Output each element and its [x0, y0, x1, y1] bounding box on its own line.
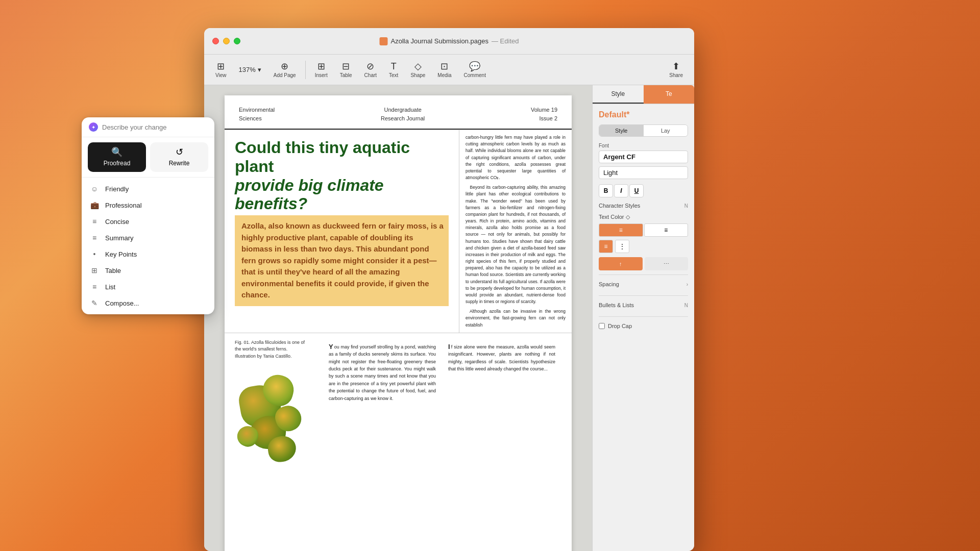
journal-header: Environmental Sciences Undergraduate Res… [225, 95, 572, 130]
titlebar: Azolla Journal Submission.pages — Edited [204, 28, 694, 55]
panel-tabs: Style Te [593, 85, 694, 104]
align-right-button[interactable]: ≡ [644, 223, 689, 237]
list-label: List [105, 283, 115, 291]
figure-section: Fig. 01. Azolla filiculoides is one of t… [225, 333, 572, 473]
right-panel: Style Te Default* Style Lay Font Argent … [592, 85, 694, 551]
article-side-column: carbon-hungry little fern may have playe… [459, 130, 572, 333]
font-name-value[interactable]: Argent CF [599, 151, 688, 163]
rewrite-label: Rewrite [169, 160, 190, 167]
concise-item[interactable]: ≡ Concise [82, 213, 214, 230]
zoom-chevron-icon: ▾ [258, 66, 261, 73]
figure-caption: Fig. 01. Azolla filiculoides is one of t… [235, 339, 306, 360]
chart-icon: ⊘ [366, 62, 374, 71]
proofread-icon: 🔍 [111, 147, 122, 157]
body-col1-text: You may find yourself strolling by a pon… [329, 343, 436, 402]
comment-button[interactable]: 💬 Comment [459, 60, 491, 80]
share-icon: ⬆ [672, 62, 680, 71]
toolbar: ⊞ View 137% ▾ ⊕ Add Page ⊞ Insert ⊟ Tabl… [204, 55, 694, 85]
char-styles-row: Character Styles N [599, 203, 688, 209]
concise-label: Concise [105, 218, 129, 226]
summary-item[interactable]: ≡ Summary [82, 230, 214, 246]
maximize-button[interactable] [234, 38, 240, 44]
layout-subtab[interactable]: Lay [644, 125, 688, 136]
bullets-value: N [684, 303, 688, 308]
bullets-row[interactable]: Bullets & Lists N [599, 300, 688, 310]
journal-section-center: Undergraduate Research Journal [381, 106, 425, 122]
window-title: Azolla Journal Submission.pages — Edited [380, 37, 519, 45]
proofread-label: Proofread [104, 160, 131, 167]
char-styles-chevron-icon: N [684, 203, 688, 209]
sub-tabs: Style Lay [599, 124, 688, 137]
drop-cap-label: Drop Cap [608, 323, 632, 329]
ai-panel: ✦ 🔍 Proofread ↺ Rewrite ☺ Friendly 💼 Pro… [82, 117, 214, 314]
drop-cap-checkbox[interactable] [599, 323, 605, 329]
font-style-value[interactable]: Light [599, 166, 688, 179]
style-tab[interactable]: Style [593, 85, 644, 104]
style-subtab[interactable]: Style [599, 125, 644, 136]
add-page-icon: ⊕ [281, 62, 288, 71]
proofread-button[interactable]: 🔍 Proofread [88, 142, 146, 172]
panel-body: Default* Style Lay Font Argent CF Light … [593, 104, 694, 551]
drop-cap-row[interactable]: Drop Cap [599, 323, 688, 329]
comment-icon: 💬 [469, 62, 480, 71]
list-icon: ≡ [90, 283, 99, 291]
compose-label: Compose... [105, 299, 139, 307]
edited-label: — Edited [492, 37, 519, 45]
share-button[interactable]: ⬆ Share [664, 60, 688, 80]
table-button[interactable]: ⊟ Table [335, 60, 357, 80]
media-button[interactable]: ⊡ Media [432, 60, 456, 80]
body-col-2: If size alone were the measure, azolla w… [442, 339, 561, 461]
minimize-button[interactable] [223, 38, 230, 44]
bullet-button[interactable]: ⋮ [615, 240, 629, 253]
ai-menu: ☺ Friendly 💼 Professional ≡ Concise ≡ Su… [82, 178, 214, 314]
view-button[interactable]: ⊞ View [210, 60, 232, 80]
drop-cap-section: Drop Cap [599, 316, 688, 329]
add-page-button[interactable]: ⊕ Add Page [268, 60, 301, 80]
chart-button[interactable]: ⊘ Chart [359, 60, 382, 80]
toolbar-separator [305, 61, 306, 79]
shape-button[interactable]: ◇ Shape [405, 60, 430, 80]
zoom-control[interactable]: 137% ▾ [234, 64, 266, 76]
text-icon: T [391, 62, 397, 71]
insert-button[interactable]: ⊞ Insert [310, 60, 333, 80]
spacing-label: Spacing [599, 281, 619, 287]
friendly-label: Friendly [105, 185, 129, 193]
align-left-button[interactable]: ≡ [599, 223, 643, 237]
action-button-1[interactable]: ↑ [599, 257, 643, 270]
journal-left-line1: Environmental [239, 106, 275, 114]
rewrite-icon: ↺ [176, 147, 183, 157]
rewrite-button[interactable]: ↺ Rewrite [150, 142, 208, 172]
key-points-label: Key Points [105, 251, 137, 258]
text-color-label[interactable]: Text Color ◇ [599, 214, 688, 220]
journal-right-line1: Volume 19 [531, 106, 557, 114]
professional-item[interactable]: 💼 Professional [82, 197, 214, 213]
underline-button[interactable]: U [629, 184, 644, 197]
text-button[interactable]: T Text [384, 60, 403, 80]
page-content[interactable]: Environmental Sciences Undergraduate Res… [204, 85, 592, 551]
professional-label: Professional [105, 202, 142, 209]
table-item[interactable]: ⊞ Table [82, 262, 214, 279]
ai-search-input[interactable] [102, 123, 207, 131]
italic-button[interactable]: I [614, 184, 628, 197]
article-title-line2: provide big climate benefits? [235, 176, 384, 213]
close-button[interactable] [212, 38, 219, 44]
bold-button[interactable]: B [599, 184, 613, 197]
compose-item[interactable]: ✎ Compose... [82, 295, 214, 311]
journal-section-right: Volume 19 Issue 2 [531, 106, 557, 122]
journal-section-left: Environmental Sciences [239, 106, 275, 122]
article-title-line1: Could this tiny aquatic plant [235, 138, 410, 176]
key-points-item[interactable]: • Key Points [82, 246, 214, 262]
action-button-2[interactable]: ⋯ [645, 257, 689, 270]
indent-button[interactable]: ≡ [599, 240, 613, 253]
professional-icon: 💼 [90, 201, 99, 209]
friendly-item[interactable]: ☺ Friendly [82, 181, 214, 197]
journal-center-line1: Undergraduate [381, 106, 425, 114]
default-style: Default* [599, 110, 688, 119]
list-item[interactable]: ≡ List [82, 279, 214, 295]
article-section: Could this tiny aquatic plant provide bi… [225, 130, 572, 333]
ai-search-bar: ✦ [82, 117, 214, 137]
text-tab[interactable]: Te [644, 85, 695, 104]
article-main: Could this tiny aquatic plant provide bi… [225, 130, 459, 333]
table-icon: ⊟ [342, 62, 350, 71]
spacing-row[interactable]: Spacing › [599, 279, 688, 289]
